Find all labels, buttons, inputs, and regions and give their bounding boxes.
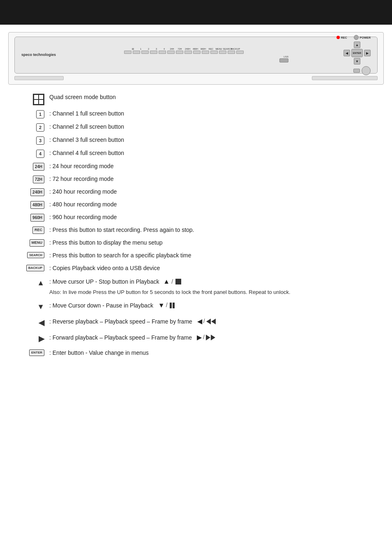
- device-panel: speco technologies ⊞ 1 2 3 4 24H 72H 240…: [14, 37, 378, 74]
- extra-btn[interactable]: [353, 69, 360, 73]
- ch1-text: : Channel 1 full screen button: [49, 109, 380, 118]
- rec-icon-cell: REC: [12, 226, 49, 234]
- slash-2: /: [166, 301, 168, 310]
- usb-label: USB: [284, 56, 288, 58]
- rewind-icon: [206, 319, 216, 324]
- ch2-item-row: 2 : Channel 2 full screen button: [12, 123, 380, 132]
- rewind-tri-1: [206, 319, 211, 324]
- bottom-bar-left: [14, 76, 64, 80]
- device-rec-button[interactable]: [210, 51, 218, 54]
- search-func-text: : Press this button to search for a spec…: [49, 251, 380, 260]
- rec-btn-label: REC: [208, 48, 215, 50]
- menu-item-row: MENU : Press this button to display the …: [12, 238, 380, 247]
- menu-func-text: : Press this button to display the menu …: [49, 238, 380, 247]
- device-backup-button[interactable]: [236, 51, 244, 54]
- left-text: : Reverse playback – Playback speed – Fr…: [49, 317, 380, 326]
- button-labels-row: ⊞ 1 2 3 4 24H 72H 240H 480H 960H REC MEN…: [129, 48, 238, 50]
- device-buttons-area: [124, 51, 244, 54]
- device-960h-button[interactable]: [202, 51, 209, 54]
- device-ch4-button[interactable]: [159, 51, 166, 54]
- slash-1: /: [171, 278, 173, 286]
- right-item-row: ▶ : Forward playback – Playback speed – …: [12, 333, 380, 345]
- ch2-badge: 2: [36, 123, 44, 132]
- ch1-icon-cell: 1: [12, 109, 49, 118]
- 480h-btn-label: 480H: [192, 48, 199, 50]
- up-text: : Move cursor UP - Stop button in Playba…: [49, 277, 380, 296]
- search-btn-label: SEARCH: [223, 48, 231, 50]
- menu-btn-label: MENU: [215, 48, 223, 50]
- 72h-item-row: 72H : 72 hour recording mode: [12, 175, 380, 183]
- device-quad-button[interactable]: [124, 51, 131, 54]
- menu-func-badge: MENU: [30, 239, 45, 247]
- nav-left-button[interactable]: ◀: [344, 50, 350, 56]
- quad-btn-label: ⊞: [129, 48, 137, 50]
- ch3-btn-label: 3: [153, 48, 160, 50]
- device-ch1-button[interactable]: [133, 51, 140, 54]
- quad-text: Quad screen mode button: [49, 93, 380, 102]
- quad-item-row: Quad screen mode button: [12, 93, 380, 105]
- device-72h-button[interactable]: [176, 51, 183, 54]
- rewind-tri-2: [211, 319, 216, 324]
- right-text: : Forward playback – Playback speed – Fr…: [49, 333, 380, 342]
- device-panel-container: speco technologies ⊞ 1 2 3 4 24H 72H 240…: [8, 32, 384, 85]
- enter-button[interactable]: ENTER: [351, 49, 363, 57]
- ch2-text: : Channel 2 full screen button: [49, 123, 380, 131]
- up-also-note: Also: In live mode Press the UP button f…: [49, 288, 380, 296]
- nav-down-button[interactable]: ▼: [354, 58, 360, 65]
- rec-func-text: : Press this button to start recording. …: [49, 226, 380, 234]
- power-indicator-group: POWER: [354, 35, 371, 40]
- backup-item-row: BACKUP : Copies Playback video onto a US…: [12, 264, 380, 273]
- 24h-icon-cell: 24H: [12, 162, 49, 171]
- ch4-btn-label: 4: [161, 48, 168, 50]
- power-label: POWER: [360, 36, 371, 39]
- ch4-icon-cell: 4: [12, 149, 49, 158]
- left-icon-cell: ◀: [12, 317, 49, 328]
- search-item-row: SEARCH : Press this button to search for…: [12, 251, 380, 260]
- enter-text: : Enter button - Value change in menus: [49, 349, 380, 357]
- search-icon-cell: SEARCH: [12, 251, 49, 258]
- left-arrow-inline-icon: ◀: [197, 317, 202, 326]
- fastforward-icon: [206, 335, 215, 340]
- ch3-icon-cell: 3: [12, 136, 49, 145]
- panel-bottom-bar: [14, 76, 378, 80]
- menu-icon-cell: MENU: [12, 238, 49, 247]
- pause-icon: [170, 303, 175, 308]
- enter-item-row: ENTER : Enter button - Value change in m…: [12, 349, 380, 357]
- ch1-badge: 1: [36, 110, 44, 118]
- device-menu-button[interactable]: [219, 51, 226, 54]
- up-inline-icons: ▲ /: [163, 277, 182, 287]
- left-inline-icons: ◀ /: [197, 317, 216, 326]
- 72h-badge: 72H: [33, 176, 44, 183]
- header-bar: [0, 0, 392, 25]
- nav-cluster: ◀ ▲ ENTER ▼ ▶: [344, 42, 371, 65]
- rec-indicator: [337, 36, 340, 39]
- buttons-row: ⊞ 1 2 3 4 24H 72H 240H 480H 960H REC MEN…: [71, 48, 297, 62]
- logo-area: speco technologies: [21, 53, 67, 57]
- down-arrow-inline-icon: ▼: [158, 301, 165, 310]
- 24h-badge: 24H: [33, 163, 44, 171]
- device-search-button[interactable]: [228, 51, 235, 54]
- nav-right-button[interactable]: ▶: [364, 50, 371, 56]
- logo-text: speco technologies: [21, 53, 56, 57]
- ch2-icon-cell: 2: [12, 123, 49, 132]
- device-ch3-button[interactable]: [150, 51, 157, 54]
- backup-btn-label: BACKUP: [231, 48, 238, 50]
- 240h-text: : 240 hour recording mode: [49, 187, 380, 196]
- backup-icon-cell: BACKUP: [12, 264, 49, 271]
- up-arrow-icon: ▲: [37, 278, 44, 289]
- device-24h-button[interactable]: [167, 51, 175, 54]
- ch3-item-row: 3 : Channel 3 full screen button: [12, 136, 380, 145]
- rec-indicator-group: REC: [337, 36, 347, 39]
- device-240h-button[interactable]: [184, 51, 192, 54]
- up-item-row: ▲ : Move cursor UP - Stop button in Play…: [12, 277, 380, 296]
- nav-up-button[interactable]: ▲: [354, 42, 360, 48]
- device-480h-button[interactable]: [193, 51, 201, 54]
- 24h-btn-label: 24H: [168, 48, 176, 50]
- power-indicator: [354, 35, 359, 40]
- usb-port[interactable]: [279, 58, 288, 62]
- search-func-badge: SEARCH: [27, 252, 44, 258]
- right-arrow-inline-icon: ▶: [197, 333, 202, 342]
- 72h-icon-cell: 72H: [12, 175, 49, 183]
- power-button[interactable]: [362, 66, 371, 75]
- device-ch2-button[interactable]: [141, 51, 149, 54]
